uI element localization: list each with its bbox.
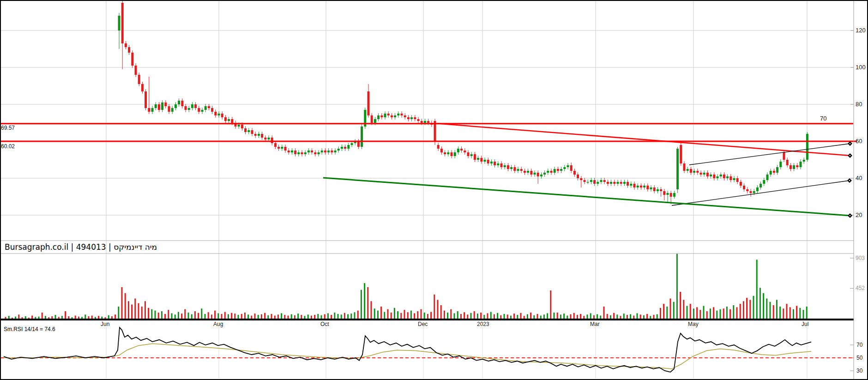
candle-body: [205, 106, 207, 110]
price-axis-label: 100: [856, 64, 866, 70]
volume-bar: [138, 303, 139, 319]
volume-bar: [593, 315, 595, 319]
candle-body: [577, 175, 579, 178]
volume-bar: [125, 293, 126, 319]
candle-body: [394, 115, 396, 117]
volume-bar: [12, 318, 13, 319]
chart-canvas[interactable]: [0, 0, 868, 380]
volume-bar: [743, 301, 744, 319]
candle-body: [368, 91, 370, 115]
candle-body: [208, 106, 210, 108]
volume-bar: [726, 307, 728, 319]
volume-bar: [427, 314, 428, 319]
candle-body: [224, 117, 227, 121]
candle-body: [753, 191, 755, 193]
candle-body: [231, 119, 233, 123]
candle-body: [756, 187, 759, 191]
volume-bar: [410, 311, 412, 319]
candle-body: [464, 151, 466, 152]
volume-bar: [228, 314, 229, 319]
candle-body: [327, 151, 330, 152]
volume-bar: [567, 315, 568, 319]
candle-body: [314, 152, 316, 154]
rsi-indicator-label: Sm.RSI 14/14 = 74.6: [4, 326, 55, 332]
candle-body: [729, 176, 732, 180]
volume-bar: [607, 314, 608, 319]
candle-body: [530, 171, 532, 175]
volume-bar: [643, 315, 645, 319]
candle-body: [597, 182, 599, 184]
volume-bar: [131, 305, 133, 319]
trendline-annotations-layer[interactable]: [0, 124, 857, 218]
volume-bar: [524, 316, 525, 319]
candle-body: [580, 178, 582, 180]
candle-body: [324, 151, 326, 152]
volume-bar: [421, 309, 422, 319]
volume-bar: [394, 308, 395, 319]
volume-bar: [699, 310, 701, 319]
candle-body: [760, 184, 762, 187]
candle-body: [513, 167, 516, 171]
volume-bar: [78, 317, 79, 319]
candle-body: [470, 154, 473, 156]
volume-bar: [467, 314, 468, 319]
candle-body: [524, 171, 526, 173]
volume-bar: [95, 317, 96, 319]
volume-bar: [274, 315, 276, 319]
candle-body: [627, 182, 629, 186]
candle-body: [357, 141, 360, 147]
volume-bar: [753, 296, 754, 319]
candle-body: [291, 151, 293, 152]
candle-body: [743, 186, 745, 189]
volume-bar: [271, 314, 272, 319]
volume-bar: [288, 315, 289, 319]
volume-bar: [15, 317, 16, 319]
volume-bar: [680, 292, 681, 319]
candle-body: [125, 43, 127, 47]
volume-bar: [175, 314, 176, 319]
volume-bar: [75, 315, 76, 319]
candle-body: [763, 180, 765, 184]
candle-body: [145, 91, 147, 108]
volume-bar: [301, 315, 302, 319]
volume-bar: [404, 310, 405, 319]
price-axis-label: 20: [856, 212, 862, 218]
candle-body: [387, 114, 390, 115]
volume-bar: [28, 318, 30, 319]
candle-body: [484, 160, 486, 162]
volume-bar: [763, 293, 764, 319]
volume-bar: [663, 304, 664, 319]
volume-bar: [547, 313, 548, 319]
volume-bar: [22, 317, 23, 319]
resistance-price-label: 69.57: [1, 125, 15, 131]
volume-bar: [105, 317, 106, 319]
volume-bar: [55, 315, 56, 319]
candle-body: [796, 165, 798, 167]
volume-bar: [357, 311, 359, 319]
candle-body: [570, 165, 573, 171]
volume-bar: [65, 311, 66, 319]
candle-body: [351, 143, 353, 145]
candle-body: [534, 173, 536, 175]
volume-bar: [48, 317, 49, 319]
volume-bar: [497, 313, 498, 319]
candle-body: [640, 186, 642, 187]
candle-body: [427, 121, 429, 123]
candle-body: [474, 154, 476, 160]
volume-bar: [334, 313, 335, 319]
candle-body: [773, 171, 775, 173]
volume-bar: [347, 314, 349, 319]
volume-bar: [214, 311, 216, 319]
volume-bar: [417, 311, 418, 319]
candle-body: [776, 167, 778, 173]
volume-bar: [344, 313, 345, 319]
month-axis-label: Jul: [802, 321, 808, 327]
candle-body: [228, 119, 230, 121]
volume-bar: [151, 309, 152, 319]
volume-bar: [637, 313, 638, 319]
volume-bar: [520, 313, 522, 319]
volume-bar: [314, 315, 315, 319]
volume-bar: [188, 313, 189, 319]
volume-bar: [191, 314, 193, 319]
volume-bar: [121, 287, 123, 319]
